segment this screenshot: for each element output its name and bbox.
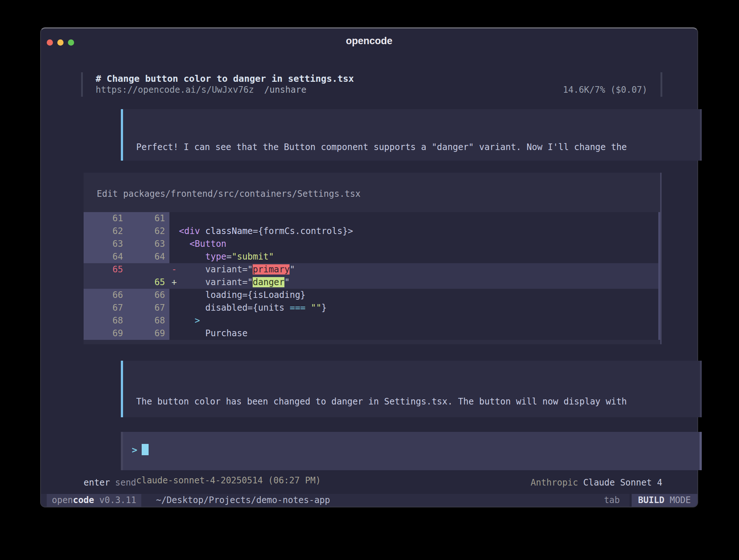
diff-new-line-number: 66: [127, 289, 169, 302]
diff-row: 65- variant="primary": [84, 263, 658, 276]
diff-new-line-number: 62: [127, 225, 169, 238]
assistant-message: The button color has been changed to dan…: [121, 361, 702, 417]
code-segment: variant=": [179, 264, 253, 275]
code-segment: variant=": [179, 277, 253, 287]
added-word-highlight: danger: [253, 277, 284, 287]
diff-old-line-number: 63: [84, 238, 127, 250]
edit-tool-title: Edit packages/frontend/src/containers/Se…: [84, 173, 660, 199]
diff-row: 6868 >: [84, 314, 658, 327]
unshare-command[interactable]: /unshare: [264, 85, 306, 95]
code-segment: "submit": [232, 252, 274, 262]
diff-row: 6666 loading={isLoading}: [84, 289, 658, 302]
token-usage-stats: 14.6K/7% ($0.07): [563, 84, 647, 96]
send-action-hint: send: [115, 477, 136, 488]
diff-code: variant="primary": [179, 263, 658, 276]
code-segment: >: [195, 315, 200, 326]
diff-code: [179, 212, 658, 225]
code-segment: ": [284, 277, 290, 287]
diff-old-line-number: [84, 276, 127, 289]
diff-marker: [169, 250, 179, 263]
tab-key-hint[interactable]: tab: [604, 494, 620, 507]
diff-new-line-number: 63: [127, 238, 169, 250]
status-bar: opencode v0.3.11 ~/Desktop/Projects/demo…: [41, 494, 697, 507]
diff-marker: [169, 327, 179, 340]
diff-row: 6262<div className={formCs.controls}>: [84, 225, 658, 238]
diff-new-line-number: 68: [127, 314, 169, 327]
diff-row: 6161: [84, 212, 658, 225]
diff-code: disabled={units === ""}: [179, 302, 658, 314]
diff-marker: [169, 225, 179, 238]
window-titlebar[interactable]: opencode: [41, 28, 697, 51]
app-version-chip: opencode v0.3.11: [47, 494, 141, 507]
diff-code: variant="danger": [179, 276, 658, 289]
enter-key-hint: enter: [84, 477, 110, 488]
diff-code: loading={isLoading}: [179, 289, 658, 302]
diff-marker: -: [169, 263, 179, 276]
diff-old-line-number: 64: [84, 250, 127, 263]
app-version: v0.3.11: [94, 495, 137, 505]
diff-marker: [169, 238, 179, 250]
diff-old-line-number: 61: [84, 212, 127, 225]
working-directory: ~/Desktop/Projects/demo-notes-app: [156, 494, 330, 507]
prompt-input-box[interactable]: >: [121, 432, 702, 470]
diff-new-line-number: 67: [127, 302, 169, 314]
code-segment: <Button: [189, 239, 226, 249]
diff-old-line-number: 69: [84, 327, 127, 340]
diff-new-line-number: 61: [127, 212, 169, 225]
code-segment: disabled={units: [179, 303, 290, 313]
code-segment: [200, 226, 205, 236]
edit-tool-block: Edit packages/frontend/src/containers/Se…: [84, 173, 662, 344]
diff-marker: [169, 314, 179, 327]
message-text-line: Perfect! I can see that the Button compo…: [136, 141, 689, 154]
code-segment: loading={isLoading}: [179, 290, 306, 300]
mode-label-primary: BUILD: [638, 495, 665, 505]
mode-label-secondary: MODE: [665, 495, 691, 505]
session-title: # Change button color to danger in setti…: [96, 73, 647, 84]
diff-view: 61616262<div className={formCs.controls}…: [84, 212, 660, 340]
app-name-light: open: [52, 495, 73, 505]
code-segment: ={formCs.controls}>: [253, 226, 353, 236]
diff-row: 6767 disabled={units === ""}: [84, 302, 658, 314]
diff-marker: [169, 302, 179, 314]
build-mode-toggle[interactable]: BUILD MODE: [629, 494, 698, 507]
diff-row: 6969 Purchase: [84, 327, 658, 340]
session-header: # Change button color to danger in setti…: [81, 72, 662, 97]
code-segment: [179, 252, 205, 262]
code-segment: type: [205, 252, 226, 262]
code-segment: }: [321, 303, 326, 313]
code-segment: Purchase: [179, 328, 248, 338]
diff-code: Purchase: [179, 327, 658, 340]
prompt-caret: >: [132, 445, 137, 455]
provider-name: Anthropic: [531, 477, 578, 488]
diff-new-line-number: 65: [127, 276, 169, 289]
code-segment: [179, 315, 195, 326]
code-segment: ": [290, 264, 295, 275]
footer-hint-row: entersend AnthropicClaude Sonnet 4: [81, 477, 662, 488]
diff-marker: +: [169, 276, 179, 289]
diff-new-line-number: 64: [127, 250, 169, 263]
window-title: opencode: [41, 35, 697, 47]
diff-row: 6363 <Button: [84, 238, 658, 250]
diff-new-line-number: 69: [127, 327, 169, 340]
diff-code: <div className={formCs.controls}>: [179, 225, 658, 238]
session-share-url-link[interactable]: https://opencode.ai/s/UwJxv76z: [96, 85, 254, 95]
diff-old-line-number: 68: [84, 314, 127, 327]
code-segment: ===: [290, 303, 305, 313]
removed-word-highlight: primary: [253, 264, 290, 275]
diff-old-line-number: 65: [84, 263, 127, 276]
diff-marker: [169, 212, 179, 225]
diff-old-line-number: 67: [84, 302, 127, 314]
diff-code: type="submit": [179, 250, 658, 263]
app-window: opencode # Change button color to danger…: [40, 27, 698, 507]
text-cursor: [142, 444, 149, 455]
code-segment: className: [205, 226, 253, 236]
code-segment: [179, 239, 189, 249]
code-segment: [306, 303, 311, 313]
diff-old-line-number: 62: [84, 225, 127, 238]
diff-marker: [169, 289, 179, 302]
diff-code: <Button: [179, 238, 658, 250]
message-text-line: The button color has been changed to dan…: [136, 395, 689, 408]
app-name-bold: code: [73, 495, 94, 505]
diff-row: 65+ variant="danger": [84, 276, 658, 289]
diff-old-line-number: 66: [84, 289, 127, 302]
